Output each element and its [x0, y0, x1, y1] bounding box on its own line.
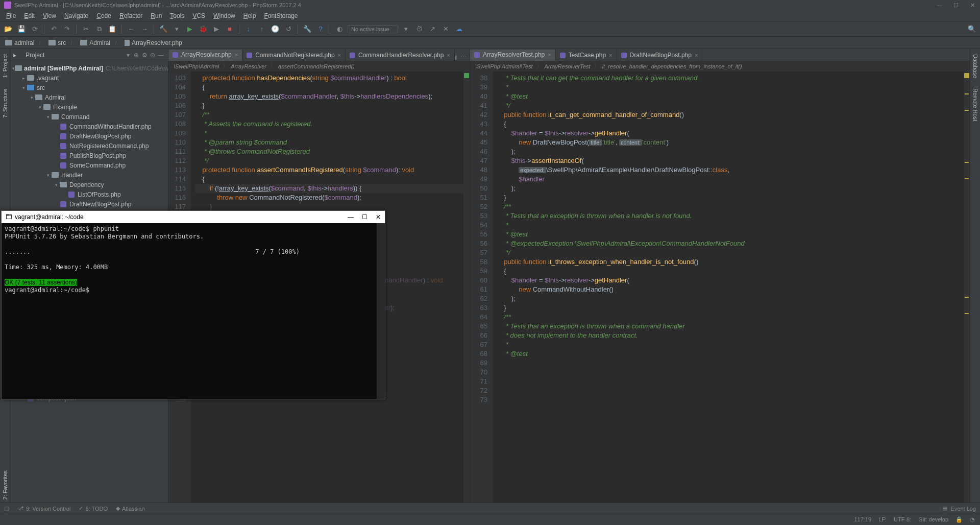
terminal-close-icon[interactable]: ✕: [376, 213, 381, 221]
right-code-area[interactable]: 3839404142434445464748495051525354555657…: [470, 71, 970, 503]
close-tab-icon[interactable]: ×: [447, 52, 450, 58]
close-button[interactable]: ✕: [969, 2, 976, 9]
settings-gear-icon[interactable]: ⚙: [140, 52, 149, 59]
todo-tab[interactable]: ✓ 6: TODO: [79, 505, 108, 512]
terminal-title-bar[interactable]: 🗔 vagrant@admiral: ~/code — ☐ ✕: [2, 211, 385, 223]
right-code-lines[interactable]: * Tests that it can get the command hand…: [493, 71, 964, 503]
task-combo[interactable]: No active issue: [348, 25, 398, 33]
menu-navigate[interactable]: Navigate: [61, 11, 91, 20]
build-icon[interactable]: 🔨: [158, 24, 168, 34]
editor-tab[interactable]: CommandHandlerResolver.php×: [346, 50, 455, 61]
tree-item[interactable]: ▾Example: [10, 102, 168, 112]
help-icon[interactable]: ?: [315, 24, 326, 34]
read-only-icon[interactable]: 🔒: [955, 516, 963, 523]
menu-edit[interactable]: Edit: [21, 11, 38, 20]
editor-tab[interactable]: TestCase.php×: [556, 50, 617, 61]
task-cloud-icon[interactable]: ☁: [454, 24, 464, 34]
code-breadcrumb[interactable]: \SwellPhp\Admiral\Test: [475, 63, 533, 69]
tree-item[interactable]: ▾Dependency: [10, 180, 168, 189]
code-breadcrumb[interactable]: \SwellPhp\Admiral: [174, 63, 219, 69]
editor-tab[interactable]: ArrayResolver.php×: [168, 50, 242, 61]
menu-run[interactable]: Run: [148, 11, 165, 20]
project-pane-dropdown-icon[interactable]: ▾: [124, 52, 132, 59]
database-tool-tab[interactable]: Database: [971, 51, 979, 81]
back-icon[interactable]: ←: [126, 24, 136, 34]
vcs-update-icon[interactable]: ↓: [243, 24, 254, 34]
tree-item[interactable]: NotRegisteredCommand.php: [10, 141, 168, 151]
editor-tab[interactable]: CommandNotRegistered.php×: [242, 50, 346, 61]
close-tab-icon[interactable]: ×: [235, 52, 238, 58]
project-tool-tab[interactable]: 1: Project: [1, 51, 9, 81]
maximize-button[interactable]: ☐: [952, 2, 960, 9]
breadcrumb-item[interactable]: Admiral: [78, 39, 112, 46]
atlassian-tab[interactable]: ◆ Atlassian: [116, 505, 145, 512]
locate-icon[interactable]: ⊙: [149, 52, 157, 59]
left-error-stripe[interactable]: [463, 71, 470, 503]
terminal-maximize-icon[interactable]: ☐: [362, 213, 368, 221]
git-branch[interactable]: Git: develop: [918, 516, 948, 523]
task-more-icon[interactable]: ▾: [401, 24, 411, 34]
undo-icon[interactable]: ↶: [48, 24, 59, 34]
settings-icon[interactable]: 🔧: [302, 24, 312, 34]
menu-view[interactable]: View: [40, 11, 59, 20]
redo-icon[interactable]: ↷: [62, 24, 72, 34]
code-breadcrumb[interactable]: it_resolve_handler_dependencies_from_ins…: [602, 63, 742, 69]
editor-tab[interactable]: DraftNewBlogPost.php×: [617, 50, 703, 61]
structure-tool-tab[interactable]: 7: Structure: [1, 86, 9, 121]
copy-icon[interactable]: ⧉: [94, 24, 104, 34]
menu-help[interactable]: Help: [240, 11, 259, 20]
terminal-body[interactable]: vagrant@admiral:~/code$ phpunit PHPUnit …: [2, 223, 385, 399]
stop-icon[interactable]: ■: [225, 24, 235, 34]
terminal-minimize-icon[interactable]: —: [348, 213, 354, 221]
tree-item[interactable]: DraftNewBlogPost.php: [10, 199, 168, 209]
menu-window[interactable]: Window: [210, 11, 238, 20]
tab-split-icon[interactable]: ⫿: [455, 54, 458, 61]
menu-file[interactable]: File: [3, 11, 19, 20]
vcs-commit-icon[interactable]: ↑: [257, 24, 267, 34]
menu-refactor[interactable]: Refactor: [116, 11, 145, 20]
tree-item[interactable]: ▾Handler: [10, 170, 168, 180]
tree-item[interactable]: ▾Command: [10, 112, 168, 122]
cut-icon[interactable]: ✂: [81, 24, 91, 34]
run-config-icon[interactable]: ▾: [172, 24, 182, 34]
code-breadcrumb[interactable]: ArrayResolver: [231, 63, 266, 69]
vcs-revert-icon[interactable]: ↺: [283, 24, 293, 34]
tab-more-icon[interactable]: ⋯: [461, 54, 467, 61]
paste-icon[interactable]: 📋: [107, 24, 117, 34]
task-close-icon[interactable]: ✕: [441, 24, 451, 34]
tree-item[interactable]: ▾Admiral: [10, 92, 168, 102]
task-open-icon[interactable]: ↗: [428, 24, 438, 34]
tree-item[interactable]: SomeCommand.php: [10, 160, 168, 170]
event-log-tab[interactable]: ▤ Event Log: [942, 505, 976, 512]
save-icon[interactable]: 💾: [16, 24, 27, 34]
open-icon[interactable]: 📂: [3, 24, 13, 34]
menu-code[interactable]: Code: [93, 11, 114, 20]
line-separator[interactable]: LF:: [878, 516, 887, 523]
breadcrumb-item[interactable]: ArrayResolver.php: [122, 39, 184, 46]
terminal-scrollbar[interactable]: [377, 223, 385, 399]
close-tab-icon[interactable]: ×: [609, 52, 612, 58]
tree-item[interactable]: ▸.vagrant: [10, 73, 168, 83]
close-tab-icon[interactable]: ×: [695, 52, 698, 58]
run-icon[interactable]: ▶: [185, 24, 195, 34]
vcs-history-icon[interactable]: 🕘: [270, 24, 280, 34]
remote-host-tool-tab[interactable]: Remote Host: [971, 85, 979, 124]
tree-item[interactable]: DraftNewBlogPost.php: [10, 131, 168, 141]
tool-window-quick-access-icon[interactable]: ▢: [4, 505, 9, 512]
tree-item[interactable]: CommandWithoutHandler.php: [10, 122, 168, 131]
favorites-tool-tab[interactable]: 2: Favorites: [1, 467, 9, 503]
debug-icon[interactable]: 🐞: [198, 24, 208, 34]
tree-item[interactable]: ▾src: [10, 83, 168, 92]
menu-tools[interactable]: Tools: [167, 11, 187, 20]
terminal-window[interactable]: 🗔 vagrant@admiral: ~/code — ☐ ✕ vagrant@…: [1, 210, 385, 399]
menu-vcs[interactable]: VCS: [189, 11, 208, 20]
breadcrumb-item[interactable]: admiral: [3, 39, 36, 46]
collapse-all-icon[interactable]: ⊕: [132, 52, 140, 59]
hide-pane-icon[interactable]: —: [157, 52, 165, 59]
task-time-icon[interactable]: ⏱: [414, 24, 425, 34]
minimize-button[interactable]: —: [936, 2, 943, 9]
project-pane-title[interactable]: Project: [16, 52, 124, 59]
close-tab-icon[interactable]: ×: [338, 52, 341, 58]
breadcrumb-item[interactable]: src: [46, 39, 68, 46]
memory-indicator[interactable]: ◔: [970, 516, 975, 523]
